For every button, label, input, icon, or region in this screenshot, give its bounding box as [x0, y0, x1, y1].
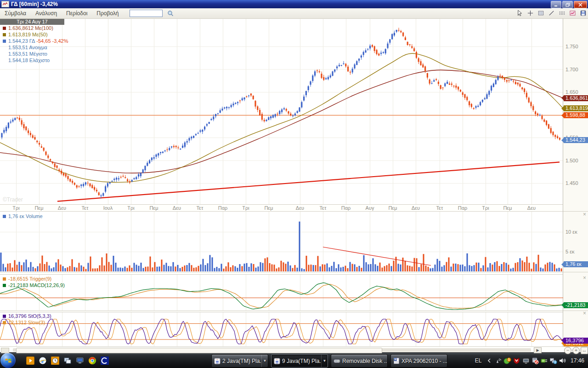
- safely-remove-icon[interactable]: [531, 357, 539, 365]
- macd-legend: -18,6515 Trigger(9) -21,2183 MACD(12,26,…: [0, 276, 65, 288]
- volume-panel-close-icon[interactable]: ×: [582, 212, 587, 217]
- macd-swatch: [3, 284, 6, 287]
- volume-label: 1,76 εκ Volume: [8, 213, 43, 219]
- taskbar-button-3[interactable]: Removable Disk ...: [331, 354, 388, 368]
- x-axis-label: Δευ: [292, 205, 308, 211]
- removable-drive-icon: [334, 357, 340, 364]
- scroll-right-button[interactable]: ▶: [534, 347, 542, 353]
- high-label: 1.553,51 Μέγιστο: [8, 51, 47, 57]
- power-icon[interactable]: [540, 357, 548, 365]
- c-app-icon[interactable]: [100, 356, 109, 365]
- svg-text:1: 1: [508, 358, 510, 361]
- slow-label: 12,1312 Slow(3): [8, 320, 45, 325]
- taskbar-button-label: 2 Java(TM) Pla...: [222, 358, 261, 364]
- price-legend: Τρι 24 Αυγ 17 1.636,8612 Με(100) 1.613,8…: [0, 19, 68, 63]
- taskbar-button-label: Removable Disk ...: [342, 358, 387, 364]
- x-axis-label: Δευ: [524, 205, 539, 211]
- price-axis-badge: 1.613,819: [564, 105, 588, 111]
- macd-label: -21,2183 MACD(12,26,9): [8, 282, 65, 288]
- x-axis-label: Παρ: [338, 205, 354, 211]
- trigger-swatch: [3, 277, 6, 281]
- x-axis-label: Αυγ: [362, 205, 378, 211]
- x-axis-label: Τρι: [123, 205, 139, 211]
- taskbar-button-2[interactable]: 9 Java(TM) Pla...▼: [271, 354, 328, 368]
- price-change-label: -54,65 -3,42%: [35, 38, 68, 44]
- volume-axis-badge: 1,76 εκ: [564, 261, 588, 267]
- x-axis-label: Ιουλ: [100, 205, 116, 211]
- fit-width-button[interactable]: ↔: [581, 347, 588, 354]
- stochastic-label: 16,3796 StO(5,3,3): [8, 313, 51, 319]
- network-icon[interactable]: [549, 357, 557, 365]
- ma100-swatch: [3, 27, 6, 30]
- task-buttons: 2 Java(TM) Pla...▼9 Java(TM) Pla...▼Remo…: [211, 354, 447, 368]
- y-axis-tick: 1.500: [565, 158, 578, 163]
- slow-swatch: [3, 321, 6, 324]
- language-indicator[interactable]: EL: [472, 353, 484, 368]
- trigger-label: -18,6515 Trigger(9): [8, 276, 51, 282]
- volume-icon[interactable]: [559, 357, 566, 365]
- internet-explorer-icon[interactable]: e: [38, 356, 47, 365]
- stochastic-axis-badge: 16,3796: [564, 338, 588, 344]
- wireless-icon[interactable]: [494, 357, 502, 365]
- display-icon[interactable]: [522, 357, 530, 365]
- word-document-icon: W: [393, 357, 400, 364]
- price-axis-badge: 1.636,861: [564, 95, 588, 101]
- y-axis-tick: 1.750: [565, 44, 578, 49]
- taskbar-button-4[interactable]: WXPA 29062010 - ...: [390, 354, 447, 368]
- horizontal-scrollbar-thumb[interactable]: [16, 348, 382, 353]
- watermark: ©Trader: [3, 196, 23, 203]
- macd-panel-close-icon[interactable]: ×: [582, 276, 587, 281]
- display-settings-icon[interactable]: [75, 356, 84, 365]
- x-axis-label: Πεμ: [146, 205, 162, 211]
- ma100-legend-label: 1.636,8612 Με(100): [8, 25, 53, 31]
- x-axis-label: Τετ: [432, 205, 447, 211]
- price-axis-badge: 1.544,23: [564, 137, 588, 143]
- x-axis-label: Δευ: [169, 205, 185, 211]
- x-axis-label: Παρ: [215, 205, 231, 211]
- start-button[interactable]: [0, 353, 16, 368]
- last-price-label: 1.544,23 ΓΔ: [8, 38, 35, 44]
- scrollbar-left-grip[interactable]: [1, 348, 9, 353]
- volume-axis-tick: 10 εκ: [565, 229, 577, 235]
- taskbar-button-1[interactable]: 2 Java(TM) Pla...▼: [211, 354, 268, 368]
- taskbar-button-dropdown-icon[interactable]: ▼: [261, 355, 268, 367]
- x-axis-label: Τρι: [8, 205, 24, 211]
- x-axis-label: Τετ: [315, 205, 331, 211]
- x-axis-label: Πεμ: [385, 205, 401, 211]
- y-axis-tick: 1.700: [565, 67, 578, 72]
- java-icon: [274, 358, 280, 364]
- stochastic-panel-close-icon[interactable]: ×: [582, 311, 587, 316]
- taskbar-clock[interactable]: 17:46: [571, 353, 588, 368]
- price-swatch: [3, 40, 6, 43]
- windows-flag-icon: [5, 357, 12, 364]
- volume-legend: 1,76 εκ Volume: [0, 213, 43, 219]
- volume-axis-tick: 5 εκ: [565, 249, 575, 254]
- notification-bubble-icon[interactable]: 1: [503, 357, 511, 365]
- quick-launch: e: [26, 353, 109, 368]
- media-player-icon[interactable]: [26, 356, 34, 365]
- window-switcher-icon[interactable]: [63, 356, 72, 365]
- taskbar-button-dropdown-icon[interactable]: ▼: [321, 355, 328, 367]
- clock-app-icon[interactable]: [51, 356, 59, 365]
- zoom-out-button[interactable]: −: [564, 347, 571, 354]
- x-axis-label: Τετ: [77, 205, 93, 211]
- mcafee-icon[interactable]: [513, 357, 520, 365]
- legend-date: Τρι 24 Αυγ 17: [0, 19, 64, 25]
- chrome-icon[interactable]: [88, 356, 96, 365]
- taskbar-button-label: 9 Java(TM) Pla...: [282, 358, 321, 364]
- price-axis-badge: 1.598,88: [564, 112, 588, 118]
- collapse-arrow-icon[interactable]: [485, 357, 493, 365]
- open-label: 1.553,51 Ανοιγμα: [8, 45, 47, 50]
- x-axis-label: Τρι: [238, 205, 254, 211]
- low-label: 1.544,18 Ελάχιστο: [8, 58, 50, 63]
- ma50-legend-label: 1.613,819 Με(50): [8, 32, 48, 37]
- y-axis-tick: 1.450: [565, 180, 578, 186]
- svg-text:W: W: [394, 358, 396, 361]
- volume-swatch: [3, 215, 6, 218]
- zoom-in-button[interactable]: +: [572, 347, 580, 354]
- ma50-swatch: [3, 33, 6, 36]
- stochastic-legend: 16,3796 StO(5,3,3) 12,1312 Slow(3): [0, 313, 51, 326]
- x-axis-label: Παρ: [455, 205, 470, 211]
- x-axis-label: Πεμ: [261, 205, 277, 211]
- taskbar: e 2 Java(TM) Pla...▼9 Java(TM) Pla...▼Re…: [0, 352, 588, 368]
